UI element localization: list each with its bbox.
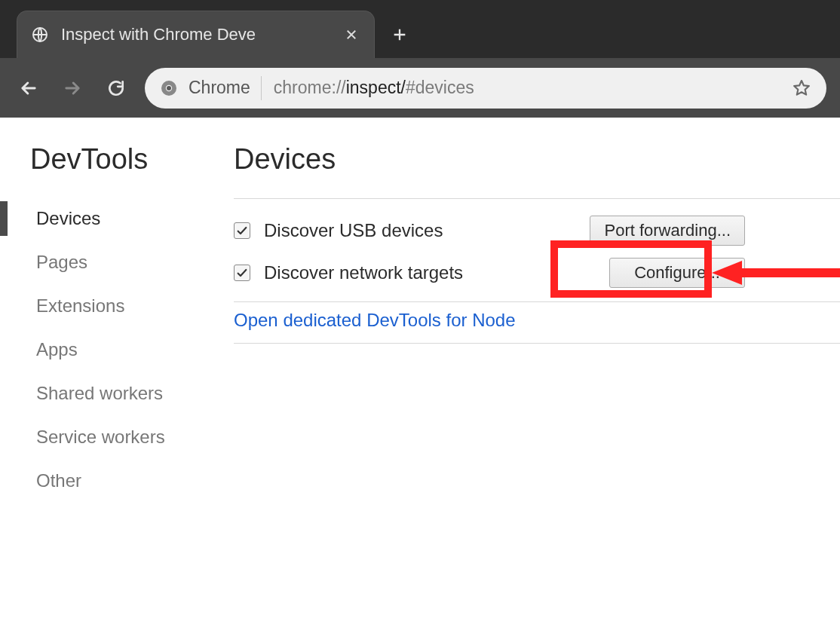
open-node-devtools-link[interactable]: Open dedicated DevTools for Node <box>234 310 516 330</box>
address-url: chrome://inspect/#devices <box>274 78 790 98</box>
discover-network-label: Discover network targets <box>264 262 609 283</box>
node-link-section: Open dedicated DevTools for Node <box>234 301 840 344</box>
brand-title: DevTools <box>0 143 226 188</box>
star-icon[interactable] <box>790 77 813 99</box>
sidebar-list: Devices Pages Extensions Apps Shared wor… <box>0 197 226 503</box>
page-title: Devices <box>234 143 840 198</box>
sidebar-item-label: Shared workers <box>36 383 163 404</box>
sidebar-item-devices[interactable]: Devices <box>0 197 226 240</box>
sidebar-item-apps[interactable]: Apps <box>0 328 226 372</box>
browser-tab[interactable]: Inspect with Chrome Deve <box>17 11 375 58</box>
sidebar-item-label: Pages <box>36 252 87 273</box>
usb-row: Discover USB devices Port forwarding... <box>234 210 840 252</box>
globe-icon <box>29 24 51 45</box>
address-scheme-label: Chrome <box>189 78 250 98</box>
url-scheme: chrome:// <box>274 78 346 97</box>
devices-options-section: Discover USB devices Port forwarding... … <box>234 198 840 301</box>
tab-strip: Inspect with Chrome Deve <box>0 0 840 58</box>
sidebar-item-extensions[interactable]: Extensions <box>0 284 226 328</box>
sidebar-item-label: Devices <box>36 208 100 229</box>
forward-button[interactable] <box>57 73 87 103</box>
port-forwarding-button[interactable]: Port forwarding... <box>590 216 745 246</box>
page: DevTools Devices Pages Extensions Apps S… <box>0 118 840 503</box>
close-icon[interactable] <box>341 24 362 45</box>
network-row: Discover network targets Configure... <box>234 252 840 294</box>
sidebar-item-label: Other <box>36 470 81 491</box>
sidebar-item-other[interactable]: Other <box>0 459 226 503</box>
url-path: inspect/ <box>346 78 406 97</box>
sidebar-item-label: Service workers <box>36 427 165 448</box>
sidebar-item-pages[interactable]: Pages <box>0 240 226 284</box>
address-bar[interactable]: Chrome chrome://inspect/#devices <box>145 68 826 109</box>
chrome-icon <box>158 78 179 99</box>
sidebar-item-shared-workers[interactable]: Shared workers <box>0 372 226 415</box>
back-button[interactable] <box>14 73 44 103</box>
browser-chrome: Inspect with Chrome Deve <box>0 0 840 118</box>
main-content: Devices Discover USB devices Port forwar… <box>226 118 840 503</box>
svg-point-3 <box>167 86 171 90</box>
new-tab-button[interactable] <box>385 20 415 50</box>
sidebar-item-label: Apps <box>36 339 78 360</box>
tab-title: Inspect with Chrome Deve <box>61 25 341 44</box>
reload-button[interactable] <box>101 73 131 103</box>
sidebar-item-label: Extensions <box>36 295 124 317</box>
sidebar: DevTools Devices Pages Extensions Apps S… <box>0 118 226 503</box>
separator <box>261 76 262 100</box>
sidebar-item-service-workers[interactable]: Service workers <box>0 415 226 459</box>
discover-network-checkbox[interactable] <box>234 265 250 281</box>
discover-usb-checkbox[interactable] <box>234 222 250 239</box>
discover-usb-label: Discover USB devices <box>264 220 590 241</box>
url-hash: #devices <box>406 78 474 97</box>
configure-button[interactable]: Configure... <box>609 258 745 288</box>
toolbar: Chrome chrome://inspect/#devices <box>0 58 840 118</box>
